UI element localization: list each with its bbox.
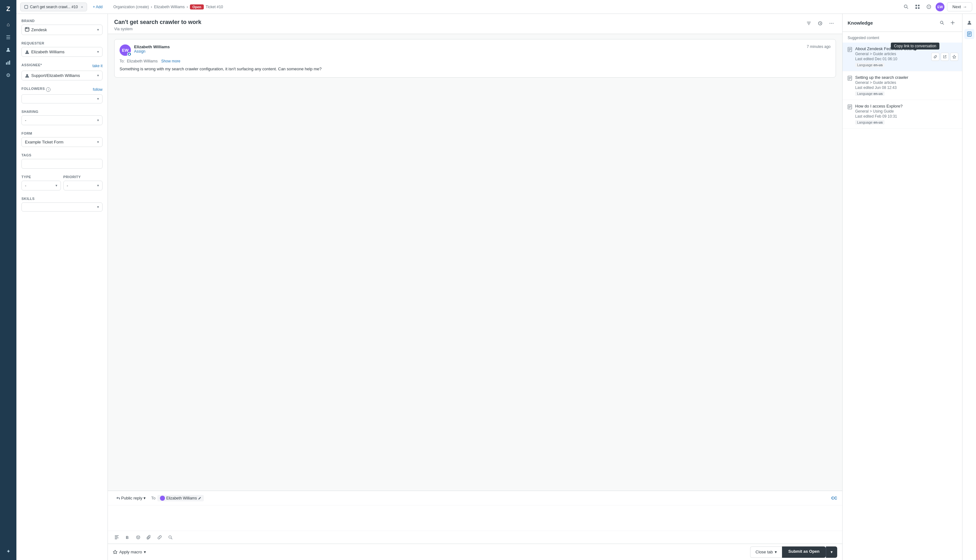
- assignee-select[interactable]: Support/Elizabeth Williams ▾: [22, 71, 102, 80]
- priority-select[interactable]: - ▾: [63, 181, 103, 190]
- knowledge-item-language-tag: Language en-us: [855, 63, 884, 67]
- brand-value: Zendesk: [31, 27, 47, 32]
- nav-views[interactable]: ☰: [3, 32, 14, 43]
- skills-label: Skills: [22, 197, 102, 200]
- more-options-icon-button[interactable]: [827, 19, 836, 28]
- svg-rect-28: [115, 538, 118, 538]
- user-profile-panel-icon[interactable]: [964, 18, 974, 28]
- submit-button[interactable]: Submit as Open: [782, 547, 826, 558]
- format-bold-icon[interactable]: B: [123, 533, 131, 541]
- follow-link[interactable]: follow: [93, 87, 102, 92]
- knowledge-panel-icon[interactable]: [964, 29, 974, 39]
- svg-point-33: [138, 537, 139, 537]
- macro-chevron-icon: ▾: [144, 550, 146, 554]
- next-button[interactable]: Next →: [947, 2, 972, 12]
- brand-select[interactable]: Zendesk ▾: [22, 25, 102, 35]
- close-tab-button[interactable]: Close tab ▾: [750, 547, 782, 558]
- breadcrumb-user[interactable]: Elizabeth Williams: [154, 5, 185, 9]
- svg-line-6: [907, 8, 908, 9]
- message-avatar: EW: [120, 45, 131, 56]
- svg-point-23: [831, 23, 832, 23]
- submit-split-button[interactable]: ▾: [826, 547, 837, 558]
- nav-users[interactable]: [3, 44, 14, 55]
- nav-settings[interactable]: ⚙: [3, 69, 14, 81]
- search-format-icon[interactable]: [167, 533, 174, 541]
- nav-star[interactable]: ✦: [3, 545, 14, 557]
- article-icon: [848, 104, 852, 125]
- format-paragraph-icon[interactable]: [113, 533, 120, 541]
- form-value: Example Ticket Form: [25, 140, 63, 144]
- ticket-title: Can't get search crawler to work: [114, 19, 201, 25]
- help-icon[interactable]: ?: [924, 3, 933, 12]
- knowledge-search-icon-button[interactable]: [938, 18, 946, 27]
- macro-icon: [113, 550, 117, 554]
- attachment-icon[interactable]: [145, 533, 153, 541]
- knowledge-panel-icons: [938, 18, 957, 27]
- breadcrumb-org[interactable]: Organization (create): [113, 5, 149, 9]
- svg-rect-10: [918, 7, 919, 9]
- ticket-header-icons: [804, 19, 836, 28]
- reply-type-button[interactable]: Public reply ▾: [113, 494, 148, 502]
- svg-line-38: [943, 23, 944, 25]
- breadcrumb-ticket[interactable]: Ticket #10: [206, 5, 223, 9]
- breadcrumb-sep2: ›: [187, 4, 188, 9]
- knowledge-item[interactable]: How do I access Explore? General > Using…: [843, 100, 962, 128]
- global-search-icon[interactable]: [901, 3, 910, 12]
- close-tab-chevron-icon: ▾: [775, 550, 777, 554]
- form-select[interactable]: Example Ticket Form ▾: [22, 137, 102, 147]
- svg-rect-7: [916, 5, 917, 6]
- tags-input[interactable]: [22, 159, 102, 169]
- svg-point-24: [833, 23, 833, 23]
- history-icon-button[interactable]: [816, 19, 824, 28]
- show-more-link[interactable]: Show more: [161, 59, 180, 63]
- nav-reports[interactable]: [3, 57, 14, 68]
- copy-link-button[interactable]: [931, 53, 939, 61]
- avatar-badge: [127, 52, 132, 57]
- knowledge-add-button[interactable]: [948, 18, 957, 27]
- assignee-chevron-icon: ▾: [97, 73, 99, 78]
- skills-select[interactable]: ▾: [22, 202, 102, 212]
- reply-to-tag[interactable]: Elizabeth Williams: [157, 495, 204, 502]
- filter-icon-button[interactable]: [804, 19, 813, 28]
- link-icon[interactable]: [156, 533, 164, 541]
- followers-info-icon[interactable]: i: [46, 87, 50, 92]
- left-sidebar: Brand Zendesk ▾ Requester: [17, 14, 108, 560]
- requester-section: Requester Elizabeth Williams ▾: [22, 41, 102, 57]
- cc-button[interactable]: CC: [831, 496, 837, 500]
- ticket-tab[interactable]: Can't get search crawl... #10 ×: [20, 3, 87, 12]
- type-value: -: [25, 183, 26, 188]
- knowledge-item-date: Last edited Jun 08 12:43: [855, 85, 957, 90]
- form-chevron-icon: ▾: [97, 140, 99, 144]
- star-article-button[interactable]: [950, 53, 958, 61]
- assign-link[interactable]: Assign: [134, 49, 804, 53]
- priority-value: -: [67, 183, 68, 188]
- tab-close-button[interactable]: ×: [81, 5, 83, 9]
- sharing-select[interactable]: - ▾: [22, 115, 102, 125]
- nav-home[interactable]: ⌂: [3, 19, 14, 30]
- reply-icon: [116, 496, 120, 500]
- open-external-button[interactable]: [941, 53, 949, 61]
- edit-recipient-icon[interactable]: [198, 497, 201, 500]
- requester-select[interactable]: Elizabeth Williams ▾: [22, 47, 102, 57]
- top-bar: Can't get search crawl... #10 × + Add Or…: [17, 0, 976, 14]
- requester-value: Elizabeth Williams: [31, 50, 64, 54]
- article-icon: [848, 47, 852, 67]
- suggested-content-label: Suggested content: [843, 32, 962, 43]
- top-bar-icons: ? EW: [901, 3, 944, 12]
- followers-label: Followers: [22, 87, 45, 90]
- knowledge-item[interactable]: About Zendesk Federated Search General >…: [843, 43, 962, 71]
- user-avatar[interactable]: EW: [936, 3, 944, 12]
- take-it-link[interactable]: take it: [92, 64, 102, 68]
- type-select[interactable]: - ▾: [22, 181, 61, 190]
- reply-text-area[interactable]: [108, 505, 842, 531]
- add-tab-button[interactable]: + Add: [90, 3, 106, 11]
- apps-grid-icon[interactable]: [913, 3, 922, 12]
- svg-line-45: [944, 55, 946, 57]
- followers-select[interactable]: ▾: [22, 94, 102, 103]
- knowledge-item[interactable]: Setting up the search crawler General > …: [843, 71, 962, 100]
- submit-label: Submit as Open: [788, 549, 819, 554]
- followers-section: Followers i follow ▾: [22, 87, 102, 103]
- emoji-icon[interactable]: [134, 533, 142, 541]
- zendesk-logo[interactable]: Z: [3, 3, 14, 15]
- apply-macro-button[interactable]: Apply macro ▾: [113, 550, 146, 554]
